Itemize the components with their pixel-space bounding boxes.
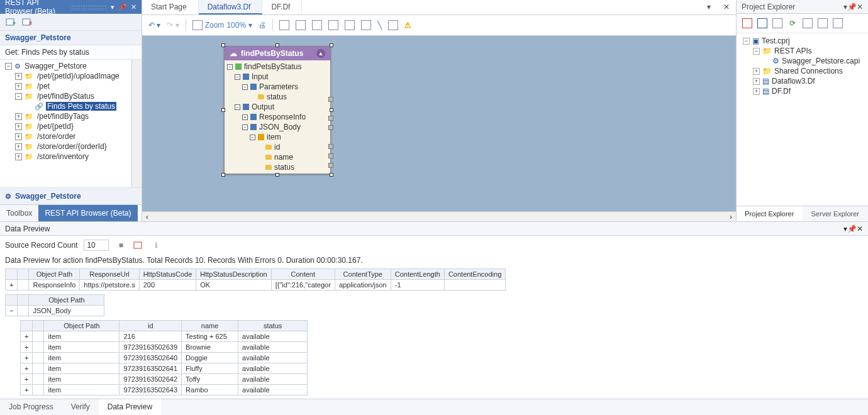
layout-icon-1[interactable] <box>279 20 289 30</box>
column-header[interactable]: ContentEncoding <box>444 269 505 280</box>
node-row[interactable]: −item <box>227 132 328 142</box>
panel-title-bar[interactable]: REST API Browser (Beta) ::::::::::::::: … <box>0 0 142 14</box>
column-header[interactable]: HttpStatusCode <box>139 269 196 280</box>
tree-item[interactable]: +📁/store/inventory <box>3 152 139 162</box>
output-port[interactable] <box>328 144 333 149</box>
tree-item[interactable]: +📁/pet/findByTags <box>3 111 139 121</box>
tree-item[interactable]: +📁 Shared Connections <box>740 66 864 76</box>
dataflow-node[interactable]: ☁ findPetsByStatus ▲ −findPetsByStatus−I… <box>224 46 331 174</box>
tree-item[interactable]: +📁/store/order/{orderId} <box>3 141 139 152</box>
column-header[interactable]: status <box>238 321 308 331</box>
dropdown-icon[interactable]: ▾ <box>111 3 114 11</box>
expand-row-icon[interactable]: + <box>21 353 33 363</box>
column-header[interactable]: Object Path <box>44 321 120 331</box>
resize-handle[interactable] <box>221 43 225 47</box>
tree-item[interactable]: +📁/pet/{petId} <box>3 121 139 131</box>
resize-handle[interactable] <box>275 173 279 177</box>
expand-row-icon[interactable]: + <box>21 342 33 353</box>
expand-icon[interactable]: + <box>15 153 22 160</box>
tab-start-page[interactable]: Start Page <box>142 0 199 14</box>
column-header[interactable]: Object Path <box>29 269 80 280</box>
tree-item[interactable]: +▤ DF.Df <box>740 86 864 96</box>
node-row[interactable]: −Parameters <box>227 82 328 92</box>
redo-button[interactable]: ↷ ▾ <box>167 21 179 30</box>
close-icon[interactable]: ✕ <box>857 3 863 11</box>
expand-icon[interactable]: − <box>227 64 233 70</box>
node-collapse-icon[interactable]: ▲ <box>316 49 325 58</box>
tab-data-preview[interactable]: Data Preview <box>99 399 161 415</box>
count-input[interactable]: 10 <box>84 240 109 251</box>
node-row[interactable]: −Output <box>227 102 328 112</box>
column-header[interactable]: name <box>182 321 238 331</box>
tree-item[interactable]: +📁/pet <box>3 81 139 91</box>
expand-row-icon[interactable]: + <box>21 363 33 374</box>
node-title[interactable]: ☁ findPetsByStatus ▲ <box>225 47 330 60</box>
output-port[interactable] <box>328 116 333 121</box>
node-row[interactable]: −JSON_Body <box>227 122 328 132</box>
expand-row-icon[interactable]: + <box>6 280 18 290</box>
expand-icon[interactable]: − <box>242 124 248 130</box>
expand-icon[interactable]: + <box>753 68 760 75</box>
panel-icon[interactable] <box>832 18 843 29</box>
tab-dataflow3[interactable]: Dataflow3.Df <box>199 0 263 14</box>
resize-handle[interactable] <box>330 108 333 112</box>
tab-job-progress[interactable]: Job Progress <box>0 399 62 415</box>
panel-title-bar[interactable]: Project Explorer ▾ 📌 ✕ <box>737 0 868 14</box>
layout-icon-4[interactable] <box>328 20 338 30</box>
pin-icon[interactable]: 📌 <box>847 224 857 233</box>
layout-icon-5[interactable] <box>345 20 355 30</box>
import-icon[interactable] <box>757 18 768 29</box>
swagger-footer[interactable]: ⚙ Swagger_Petstore <box>0 187 142 204</box>
tab-server-explorer[interactable]: Server Explorer <box>803 206 869 221</box>
pin-icon[interactable]: 📌 <box>118 3 127 11</box>
tree-item[interactable]: +📁/store/order <box>3 131 139 141</box>
panel-icon[interactable] <box>802 18 813 29</box>
panel-icon[interactable] <box>817 18 828 29</box>
expand-icon[interactable]: + <box>753 88 760 95</box>
undo-button[interactable]: ↶ ▾ <box>148 21 160 30</box>
print-icon[interactable]: 🖨 <box>259 21 266 30</box>
tree-scrollbar[interactable] <box>131 60 142 187</box>
remove-api-icon[interactable]: × <box>21 16 33 28</box>
node-row[interactable]: −findPetsByStatus <box>227 62 328 72</box>
output-port[interactable] <box>328 97 333 102</box>
tree-item[interactable]: −📁/pet/findByStatus <box>3 91 139 101</box>
tree-item[interactable]: +▤ Dataflow3.Df <box>740 76 864 86</box>
expand-icon[interactable]: − <box>242 84 248 90</box>
output-port[interactable] <box>328 163 333 168</box>
line-tool-icon[interactable]: ╲ <box>377 21 382 30</box>
column-header[interactable]: HttpStatusDescription <box>196 269 271 280</box>
resize-handle[interactable] <box>221 173 225 177</box>
expand-icon[interactable]: + <box>15 83 22 90</box>
tab-toolbox[interactable]: Toolbox <box>0 205 38 221</box>
canvas-scrollbar-h[interactable]: ‹› <box>142 211 736 221</box>
tree-item[interactable]: −▣ Test.cprj <box>740 36 864 46</box>
table-row[interactable]: +item97239163502643Ramboavailable <box>21 385 308 396</box>
column-header[interactable]: Content <box>271 269 335 280</box>
tab-project-explorer[interactable]: Project Explorer <box>737 206 803 221</box>
expand-icon[interactable]: − <box>5 63 12 70</box>
table-row[interactable]: +item97239163502642Toffyavailable <box>21 374 308 385</box>
expand-icon[interactable]: − <box>753 48 760 55</box>
refresh-icon[interactable]: ⟳ <box>787 18 798 29</box>
node-row[interactable]: id <box>227 142 328 152</box>
panel-title-bar[interactable]: Data Preview ▾ 📌 ✕ <box>0 222 868 236</box>
column-header[interactable]: ContentLength <box>391 269 444 280</box>
expand-row-icon[interactable]: + <box>21 385 33 396</box>
expand-icon[interactable]: + <box>753 78 760 85</box>
layout-icon-2[interactable] <box>296 20 306 30</box>
zoom-button[interactable]: Zoom 100% ▾ <box>192 20 252 30</box>
node-row[interactable]: status <box>227 92 328 102</box>
new-item-icon[interactable] <box>742 18 753 29</box>
table-row[interactable]: +item97239163502640Doggieavailable <box>21 353 308 363</box>
resize-handle[interactable] <box>330 43 333 47</box>
tree-root[interactable]: − ⚙ Swagger_Petstore <box>3 61 139 71</box>
resize-handle[interactable] <box>221 108 225 112</box>
expand-icon[interactable]: + <box>242 114 248 120</box>
table-row[interactable]: +item97239163502641Fluffyavailable <box>21 363 308 374</box>
expand-icon[interactable]: − <box>15 93 22 100</box>
close-icon[interactable]: ✕ <box>131 3 136 11</box>
node-row[interactable]: status <box>227 162 328 172</box>
expand-row-icon[interactable]: + <box>21 374 33 385</box>
expand-icon[interactable]: + <box>15 143 22 150</box>
